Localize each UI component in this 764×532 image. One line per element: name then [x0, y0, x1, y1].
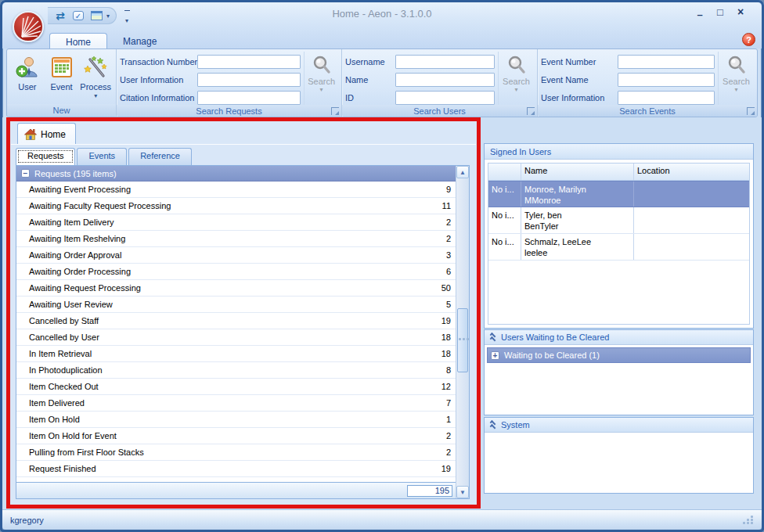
field-label: Username: [345, 57, 385, 66]
field-input[interactable]: [395, 55, 495, 69]
new-process-button[interactable]: Process ▾: [78, 52, 113, 104]
request-queue-row[interactable]: Cancelled by Staff 19: [16, 313, 456, 329]
search-field-row: Event Number: [541, 55, 715, 69]
resize-grip-icon[interactable]: [743, 516, 754, 524]
column-info[interactable]: [488, 164, 521, 180]
system-panel-header[interactable]: System: [485, 418, 753, 433]
expand-icon[interactable]: +: [491, 351, 499, 360]
search-icon: [312, 55, 332, 75]
minimize-button[interactable]: –: [693, 6, 707, 20]
field-input[interactable]: [618, 73, 715, 87]
signed-in-users-header: Signed In Users: [485, 144, 753, 160]
qat-customize-icon[interactable]: ▾: [121, 10, 132, 26]
panel-title: Users Waiting to Be Cleared: [501, 332, 609, 342]
queue-name: Awaiting Event Processing: [29, 185, 131, 194]
search-events-button[interactable]: Search ▾: [718, 52, 754, 105]
new-user-button[interactable]: User ▾: [10, 52, 45, 104]
request-queue-row[interactable]: Awaiting Faculty Request Processing 11: [16, 198, 456, 214]
requests-group-label: Requests (195 items): [34, 169, 117, 178]
sub-tab[interactable]: Events: [77, 148, 127, 165]
ribbon-tab-label: Home: [66, 37, 91, 48]
checkmark-box-icon[interactable]: ✓: [70, 9, 86, 23]
request-queue-row[interactable]: Awaiting Order Approval 3: [16, 247, 456, 264]
request-queue-row[interactable]: Awaiting Item Reshelving 2: [16, 231, 456, 247]
request-queue-row[interactable]: Pulling from First Floor Stacks 2: [16, 444, 456, 461]
waiting-group-label: Waiting to be Cleared (1): [504, 350, 600, 360]
window-dropdown-icon[interactable]: ▾: [106, 13, 110, 20]
search-requests-button[interactable]: Search ▾: [304, 52, 338, 105]
maximize-button[interactable]: □: [713, 6, 727, 20]
request-queue-row[interactable]: Item Checked Out 12: [16, 379, 456, 395]
collapse-chevrons-icon[interactable]: [490, 422, 496, 429]
search-label: Search: [723, 77, 750, 86]
total-count: 195: [407, 485, 452, 497]
collapse-icon[interactable]: −: [21, 169, 30, 178]
request-queue-row[interactable]: In Item Retrieval 18: [16, 346, 456, 362]
request-queue-row[interactable]: In Photoduplication 8: [16, 362, 456, 379]
sub-tab[interactable]: Reference: [128, 148, 192, 165]
field-input[interactable]: [395, 73, 495, 87]
queue-name: Cancelled by Staff: [29, 316, 99, 325]
sync-icon[interactable]: ⇄: [52, 9, 68, 23]
queue-name: Awaiting Request Processing: [29, 283, 141, 293]
queue-name: Cancelled by User: [29, 332, 99, 342]
search-field-row: Citation Information: [120, 91, 301, 105]
column-location[interactable]: Location: [634, 164, 749, 180]
request-queue-row[interactable]: Awaiting Request Processing 50: [16, 280, 456, 297]
user-name-cell: Monroe, Marilyn MMonroe: [521, 182, 634, 207]
request-queue-row[interactable]: Awaiting Item Delivery 2: [16, 214, 456, 231]
scrollbar-thumb[interactable]: [457, 308, 468, 372]
signed-in-user-row[interactable]: No i... Tyler, ben BenTyler: [488, 207, 749, 234]
field-input[interactable]: [197, 55, 301, 69]
request-queue-row[interactable]: Cancelled by User 18: [16, 329, 456, 346]
requests-group-header[interactable]: − Requests (195 items): [16, 166, 456, 182]
scroll-down-icon[interactable]: ▼: [456, 486, 469, 498]
process-dropdown-icon[interactable]: ▾: [94, 92, 97, 99]
field-input[interactable]: [197, 91, 301, 105]
request-queue-row[interactable]: Item On Hold 1: [16, 412, 456, 428]
column-name[interactable]: Name: [521, 164, 634, 180]
queue-count: 2: [446, 431, 451, 440]
vertical-scrollbar[interactable]: ▲ ▼: [456, 166, 469, 498]
request-queue-row[interactable]: Awaiting Event Processing 9: [16, 182, 456, 198]
waiting-group-row[interactable]: + Waiting to be Cleared (1): [487, 347, 751, 363]
signed-in-user-row[interactable]: No i... Schmalz, LeeLee leelee: [488, 234, 749, 261]
field-input[interactable]: [618, 91, 715, 105]
queue-name: Item Checked Out: [29, 382, 99, 391]
search-field-row: User Information: [541, 91, 715, 105]
queue-count: 7: [446, 398, 451, 408]
field-label: Citation Information: [120, 93, 194, 102]
waiting-panel-header[interactable]: Users Waiting to Be Cleared: [485, 330, 753, 345]
document-tab-home[interactable]: Home: [17, 123, 76, 145]
close-button[interactable]: ×: [733, 6, 748, 20]
queue-count: 1: [446, 415, 451, 424]
request-queue-row[interactable]: Request Finished 19: [16, 461, 456, 477]
dialog-launcher-icon[interactable]: [331, 107, 339, 115]
queue-count: 11: [442, 201, 451, 210]
panel-title: Signed In Users: [490, 147, 551, 156]
sub-tab[interactable]: Requests: [16, 148, 75, 165]
queue-count: 9: [446, 185, 451, 194]
field-input[interactable]: [197, 73, 301, 87]
dialog-launcher-icon[interactable]: [747, 107, 755, 115]
dialog-launcher-icon[interactable]: [527, 107, 535, 115]
quick-access-toolbar: ⇄ ✓ ▾: [48, 7, 117, 24]
search-users-button[interactable]: Search ▾: [498, 52, 534, 105]
scroll-up-icon[interactable]: ▲: [456, 166, 469, 178]
field-input[interactable]: [395, 91, 495, 105]
request-queue-row[interactable]: Item Delivered 7: [16, 395, 456, 412]
request-queue-row[interactable]: Awaiting User Review 5: [16, 297, 456, 313]
queue-count: 12: [441, 382, 451, 391]
app-window: Home - Aeon - 3.1.0.0 – □ × ⇄ ✓ ▾ ▾: [0, 0, 764, 532]
field-input[interactable]: [618, 55, 715, 69]
window-picture-icon[interactable]: [88, 9, 104, 23]
collapse-chevrons-icon[interactable]: [490, 334, 496, 341]
app-logo-icon[interactable]: [13, 11, 44, 42]
requests-list: − Requests (195 items) Awaiting Event Pr…: [16, 165, 470, 499]
new-event-button[interactable]: Event ▾: [45, 52, 79, 104]
queue-count: 5: [446, 300, 451, 309]
help-button[interactable]: ?: [742, 33, 755, 46]
request-queue-row[interactable]: Item On Hold for Event 2: [16, 428, 456, 444]
request-queue-row[interactable]: Awaiting Order Processing 6: [16, 264, 456, 280]
signed-in-user-row[interactable]: No i... Monroe, Marilyn MMonroe: [488, 181, 749, 207]
